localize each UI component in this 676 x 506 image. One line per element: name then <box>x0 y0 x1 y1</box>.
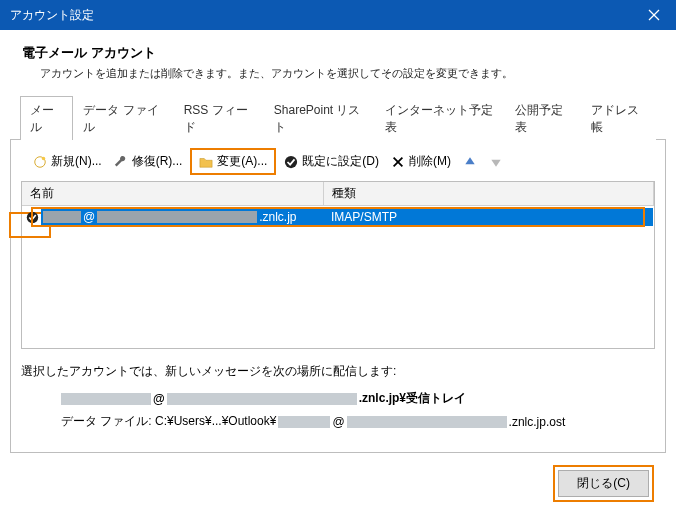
tab-rss[interactable]: RSS フィード <box>174 96 264 140</box>
account-type-cell: IMAP/SMTP <box>325 210 397 224</box>
highlight-close: 閉じる(C) <box>553 465 654 502</box>
delivery-line-2: データ ファイル: C:¥Users¥...¥Outlook¥@.znlc.jp… <box>61 413 655 430</box>
change-button[interactable]: 変更(A)... <box>195 151 271 172</box>
tab-sharepoint[interactable]: SharePoint リスト <box>264 96 375 140</box>
dialog-footer: 閉じる(C) <box>0 453 676 502</box>
list-header: 名前 種類 <box>22 182 654 206</box>
arrow-up-icon <box>463 155 477 169</box>
new-icon <box>33 155 47 169</box>
close-button[interactable]: 閉じる(C) <box>558 470 649 497</box>
delete-button[interactable]: 削除(M) <box>387 151 455 172</box>
close-icon[interactable] <box>642 3 666 27</box>
repair-button[interactable]: 修復(R)... <box>110 151 187 172</box>
tab-mail[interactable]: メール <box>20 96 73 140</box>
default-check-icon <box>23 211 41 224</box>
delivery-line-1: @.znlc.jp¥受信トレイ <box>61 390 655 407</box>
tab-address-book[interactable]: アドレス帳 <box>581 96 656 140</box>
arrow-down-icon <box>489 155 503 169</box>
check-circle-icon <box>284 155 298 169</box>
header-title: 電子メール アカウント <box>22 44 654 62</box>
wrench-icon <box>114 155 128 169</box>
delivery-section: 選択したアカウントでは、新しいメッセージを次の場所に配信します: @.znlc.… <box>10 349 666 453</box>
toolbar: 新規(N)... 修復(R)... 変更(A)... 既定に設定(D) 削除(M… <box>10 140 666 181</box>
tab-internet-cal[interactable]: インターネット予定表 <box>375 96 506 140</box>
tab-data-files[interactable]: データ ファイル <box>73 96 174 140</box>
dialog-header: 電子メール アカウント アカウントを追加または削除できます。また、アカウントを選… <box>0 30 676 95</box>
window-title: アカウント設定 <box>10 7 94 24</box>
account-list: 名前 種類 @.znlc.jp IMAP/SMTP <box>21 181 655 349</box>
col-name-header[interactable]: 名前 <box>22 182 324 205</box>
svg-point-7 <box>26 211 37 222</box>
folder-icon <box>199 155 213 169</box>
svg-point-4 <box>285 155 297 167</box>
svg-point-3 <box>42 156 46 160</box>
highlight-change: 変更(A)... <box>190 148 276 175</box>
delivery-label: 選択したアカウントでは、新しいメッセージを次の場所に配信します: <box>21 363 655 380</box>
new-button[interactable]: 新規(N)... <box>29 151 106 172</box>
x-icon <box>391 155 405 169</box>
account-row[interactable]: @.znlc.jp IMAP/SMTP <box>23 207 653 227</box>
move-down-button[interactable] <box>485 153 507 171</box>
tab-public-cal[interactable]: 公開予定表 <box>505 96 580 140</box>
tab-bar: メール データ ファイル RSS フィード SharePoint リスト インタ… <box>10 95 666 140</box>
col-type-header[interactable]: 種類 <box>324 182 654 205</box>
set-default-button[interactable]: 既定に設定(D) <box>280 151 383 172</box>
title-bar: アカウント設定 <box>0 0 676 30</box>
header-subtitle: アカウントを追加または削除できます。また、アカウントを選択してその設定を変更でき… <box>22 66 654 81</box>
move-up-button[interactable] <box>459 153 481 171</box>
account-name-cell: @.znlc.jp <box>41 210 325 224</box>
